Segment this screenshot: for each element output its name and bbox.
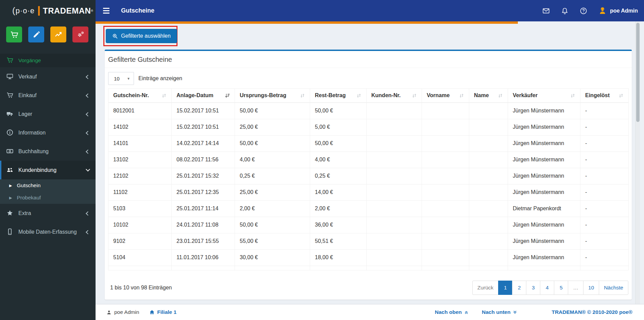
sidebar-item-buchhaltung[interactable]: Buchhaltung [0,142,96,161]
quick-settings-button[interactable] [72,26,88,42]
cell-voucher-no: 5104 [108,249,172,266]
cell-last-name [469,184,508,200]
cell-remaining-amount: 18,00 € [310,249,367,266]
envelope-icon [542,7,550,15]
pencil-icon [32,31,40,39]
pagination-page-button[interactable]: 1 [498,281,512,295]
info-circle-icon [6,129,14,137]
sidebar-subitem-probekauf[interactable]: ▶ Probekauf [0,192,96,204]
scroll-to-top-link[interactable]: Nach oben [435,309,469,315]
column-header-ursprungs-betrag[interactable]: Ursprungs-Betrag [235,89,310,103]
sidebar-item-kundenbindung[interactable]: Kundenbindung [0,161,96,179]
notifications-button[interactable] [561,7,569,15]
cell-created: 25.01.2017 12:35 [172,184,235,200]
filtered-vouchers-panel: Gefilterte Gutscheine 10 ▼ Einträge anze… [105,50,632,300]
table-row: 1210225.01.2017 15:320,25 €0,25 €Jürgen … [108,168,629,184]
pagination-page-button[interactable]: 2 [512,281,526,295]
quick-edit-button[interactable] [28,26,44,42]
pagination-page-button[interactable]: 4 [540,281,554,295]
vertical-scrollbar[interactable] [635,21,640,304]
cell-original-amount: 30,00 € [235,249,310,266]
angle-double-up-icon [464,310,469,315]
sidebar-subitem-gutschein[interactable]: ▶ Gutschein [0,179,96,192]
page-footer: poe Admin Filiale 1 Nach oben Nach unten… [96,304,644,320]
cell-first-name [422,135,469,152]
quick-cart-button[interactable] [6,26,22,42]
sidebar-item-einkauf[interactable]: Einkauf [0,86,96,105]
scrollbar-thumb[interactable] [636,23,640,122]
pagination-prev-button[interactable]: Zurück [472,281,498,295]
pagination-next-button[interactable]: Nächste [599,281,628,295]
column-header-vorname[interactable]: Vorname [422,89,469,103]
cell-last-name [469,217,508,233]
cell-voucher-no: 13102 [108,152,172,168]
cell-seller: Jürgen Münstermann [508,168,580,184]
column-header-kunden-nr[interactable]: Kunden-Nr. [367,89,422,103]
cell-redeemed: - [580,249,629,266]
cell-remaining-amount: 2,00 € [310,200,367,217]
logo-prefix: p·o·e [16,6,35,15]
cell-redeemed: - [580,200,629,217]
pagination-page-button[interactable]: 5 [554,281,568,295]
chevron-left-icon [86,75,90,79]
column-header-eingeloest[interactable]: Eingelöst [580,89,629,103]
footer-username-label: poe Admin [114,309,139,315]
sidebar-item-mobile-daten-erfassung[interactable]: Mobile Daten-Erfassung [0,223,96,241]
sidebar-subitem-label: Probekauf [17,195,41,201]
sidebar-subitem-label: Gutschein [17,182,40,189]
page-title: Gutscheine [121,7,154,14]
sidebar-item-label: Einkauf [18,92,86,99]
scroll-to-bottom-link[interactable]: Nach unten [482,309,518,315]
footer-branch-link[interactable]: Filiale 1 [149,309,176,315]
column-header-name[interactable]: Name [469,89,508,103]
cell-customer-no [367,103,422,119]
cell-voucher-no: 8012001 [108,103,172,119]
cell-first-name [422,200,469,217]
cell-first-name [422,168,469,184]
pagination-page-button[interactable]: 10 [583,281,599,295]
cell-redeemed: - [580,135,629,152]
column-header-anlage-datum[interactable]: Anlage-Datum [172,89,235,103]
cell-created: 25.01.2017 15:32 [172,168,235,184]
cell-customer-no [367,135,422,152]
user-menu[interactable]: poe Admin [598,7,638,15]
column-header-verkaeufer[interactable]: Verkäufer [508,89,580,103]
cell-customer-no [367,168,422,184]
sidebar-item-vorgaenge[interactable]: Vorgänge [0,54,96,67]
cell-first-name [422,249,469,266]
select-filtered-button[interactable]: Gefilterte auswählen [106,29,177,43]
table-row: 510325.01.2017 11:142,00 €2,00 €Dietmar … [108,200,629,217]
cart-icon [6,92,14,99]
cell-original-amount: 25,00 € [235,184,310,200]
star-icon [6,210,14,217]
cell-created: 15.02.2017 10:51 [172,103,235,119]
sort-icon [618,93,624,98]
app-logo[interactable]: (p·o·eTRADEMAN® [0,0,96,21]
messages-button[interactable] [542,7,550,15]
top-navbar: Gutscheine poe Admin [96,0,644,21]
cell-remaining-amount: 14,00 € [310,184,367,200]
cell-original-amount: 4,00 € [235,152,310,168]
entries-per-page-select[interactable]: 10 ▼ [108,72,134,85]
cell-original-amount: 25,00 € [235,119,310,135]
sidebar-item-label: Extra [18,210,86,216]
column-header-rest-betrag[interactable]: Rest-Betrag [310,89,367,103]
sidebar-item-extra[interactable]: Extra [0,204,96,223]
cell-created: 14.02.2017 14:14 [172,135,235,152]
cell-remaining-amount: 5,00 € [310,119,367,135]
help-button[interactable] [580,7,587,15]
sidebar-item-lager[interactable]: Lager [0,105,96,123]
sidebar: (p·o·eTRADEMAN® Vorgänge Verkauf Einkauf [0,0,96,320]
panel-body: 10 ▼ Einträge anzeigen Gutschein-Nr. Anl… [105,68,632,300]
pagination-page-button[interactable]: 3 [526,281,540,295]
sidebar-item-information[interactable]: Information [0,123,96,142]
column-header-gutschein-nr[interactable]: Gutschein-Nr. [108,89,172,103]
cell-redeemed: - [580,233,629,249]
sidebar-toggle-button[interactable] [96,0,117,21]
pagination-ellipsis: … [568,281,583,295]
chart-line-icon [54,31,63,39]
quick-chart-button[interactable] [50,26,66,42]
sidebar-item-verkauf[interactable]: Verkauf [0,67,96,86]
table-row: 910223.01.2017 15:5555,00 €50,51 €Jürgen… [108,233,629,249]
table-row: 1110225.01.2017 12:3525,00 €14,00 €Jürge… [108,184,629,200]
